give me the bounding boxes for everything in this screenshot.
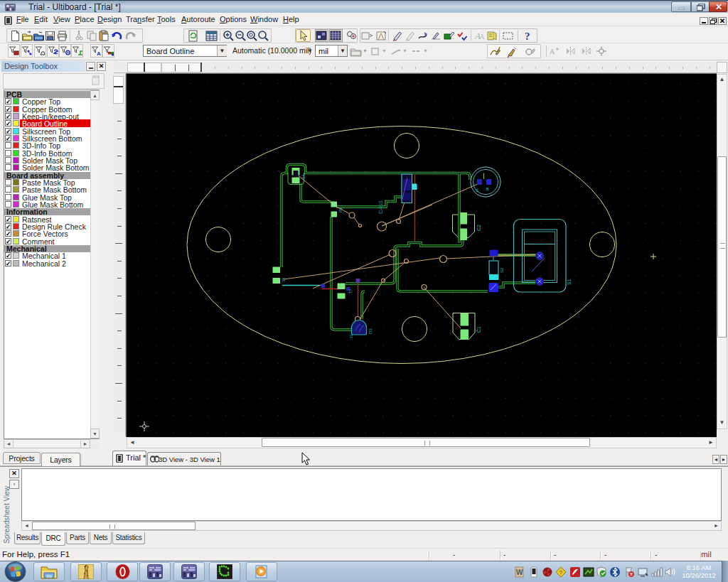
svg-text:?: ? (525, 31, 530, 42)
svg-text:C2: C2 (476, 225, 481, 231)
svg-text:C401: C401 (378, 200, 384, 214)
svg-text:B: B (486, 187, 489, 191)
svg-text:R2: R2 (338, 207, 343, 212)
svg-text:?: ? (560, 569, 563, 576)
svg-text:R6: R6 (282, 277, 286, 282)
svg-text:R4: R4 (301, 174, 306, 179)
svg-text:A: A (97, 50, 101, 57)
svg-text:S2: S2 (500, 267, 504, 273)
svg-text:D3: D3 (368, 328, 373, 334)
svg-text:S1: S1 (567, 279, 572, 285)
svg-text:W: W (516, 568, 523, 576)
svg-text:31: 31 (349, 334, 353, 339)
svg-text:C1: C1 (476, 326, 481, 333)
svg-text:A: A (550, 48, 555, 55)
svg-text:A: A (479, 32, 485, 41)
svg-text:TP: TP (348, 289, 353, 293)
